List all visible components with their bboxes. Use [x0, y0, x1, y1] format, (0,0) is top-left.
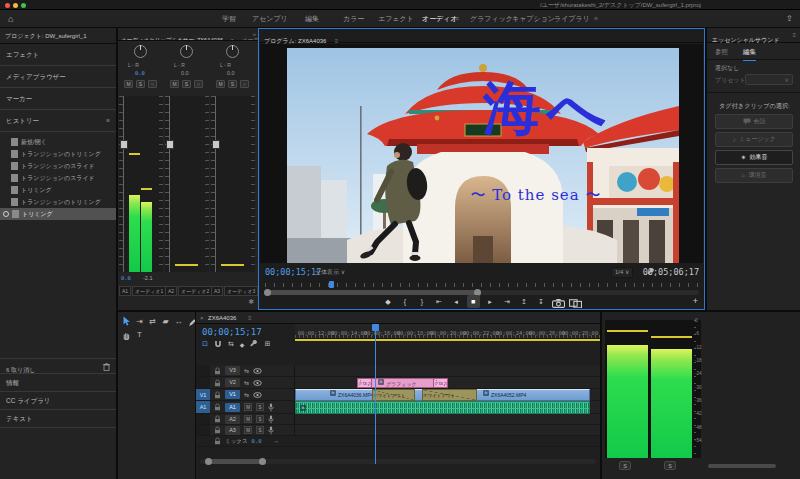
mark-in-button[interactable]: { [399, 295, 412, 308]
sync-lock-icon[interactable]: ⇆ [244, 379, 249, 386]
trash-icon[interactable] [103, 363, 110, 371]
track-mute-button[interactable]: M [244, 426, 252, 434]
volume-fader-handle[interactable] [212, 140, 220, 149]
pan-knob[interactable] [226, 45, 239, 58]
work-area-bar[interactable] [295, 339, 600, 341]
panel-menu-icon[interactable]: ≡ [792, 28, 796, 43]
play-stop-button[interactable]: ■ [467, 295, 480, 308]
panel-menu-icon[interactable]: ≡ [106, 110, 110, 132]
tab-sequence[interactable]: ZX6A4036 [208, 312, 236, 324]
tab-captions[interactable]: キャプション [512, 10, 555, 28]
type-tool[interactable]: T [134, 329, 145, 340]
panel-header-history[interactable]: ヒストリー ≡ [0, 110, 116, 132]
close-tab-icon[interactable]: × [200, 312, 204, 324]
clip-audio[interactable]: fx [295, 401, 590, 414]
add-marker-button[interactable]: ◆ [382, 295, 395, 308]
panel-header-effects[interactable]: エフェクト [0, 44, 116, 66]
pan-knob[interactable] [180, 45, 193, 58]
tag-dialogue-button[interactable]: 会話 [715, 114, 793, 129]
volume-fader-handle[interactable] [166, 140, 174, 149]
zoom-window-button[interactable] [21, 3, 26, 8]
timeline-timecode[interactable]: 00;00;15;17 [202, 327, 262, 337]
history-item[interactable]: 新規/開く [0, 136, 116, 148]
volume-fader-rail[interactable] [215, 96, 216, 272]
home-icon[interactable]: ⌂ [8, 10, 13, 28]
step-forward-button[interactable]: ▸ [484, 295, 497, 308]
ripple-edit-tool[interactable]: ⇄ [147, 316, 158, 327]
track-output-eye-icon[interactable] [253, 392, 262, 398]
track-select-tool[interactable]: ⇥ [134, 316, 145, 327]
source-patch[interactable] [196, 425, 210, 435]
transition-whiteout[interactable]: ホワイトアウト [422, 389, 477, 401]
track-target-button[interactable]: A3 [225, 426, 240, 435]
linked-selection-icon[interactable]: ⇆ [228, 340, 234, 348]
go-to-in-button[interactable]: ⇤ [433, 295, 446, 308]
nest-toggle-icon[interactable]: ⊡ [202, 340, 208, 348]
track-mute-button[interactable]: M [244, 403, 252, 411]
voiceover-mic-icon[interactable] [268, 415, 274, 424]
panel-menu-icon[interactable]: ≡ [227, 37, 233, 41]
pan-value[interactable]: 0.0 [227, 70, 235, 76]
tag-music-button[interactable]: ♪ ミュージック [715, 132, 793, 147]
track-output-eye-icon[interactable] [253, 380, 262, 386]
keyframe-button[interactable]: ○ [194, 80, 203, 88]
tab-color[interactable]: カラー [343, 10, 364, 28]
mix-volume-value[interactable]: 0.0 [252, 438, 262, 444]
scroll-handle-right[interactable] [259, 458, 266, 465]
program-playhead[interactable] [329, 281, 334, 288]
time-ruler[interactable]: 00;00;12;00 00;00;14;00 00;00;16;00 00;0… [295, 324, 600, 339]
track-solo-button[interactable]: S [256, 426, 264, 434]
track-target-button[interactable]: V1 [225, 390, 240, 399]
share-icon[interactable]: ⇪ [786, 10, 793, 28]
track-mute-button[interactable]: M [244, 415, 252, 423]
lift-button[interactable]: ↥ [518, 295, 531, 308]
go-to-out-button[interactable]: ⇥ [501, 295, 514, 308]
volume-fader-rail[interactable] [169, 96, 170, 272]
history-item[interactable]: トランジションのトリミング [0, 196, 116, 208]
track-target-button[interactable]: A2 [225, 415, 240, 424]
source-patch-v1[interactable]: V1 [196, 389, 210, 400]
hand-tool[interactable] [121, 329, 132, 340]
panel-header-text[interactable]: テキスト [0, 410, 116, 428]
lock-icon[interactable] [214, 426, 221, 434]
meter-solo-right-button[interactable]: S [664, 461, 676, 470]
tab-graphics[interactable]: グラフィック [470, 10, 513, 28]
tab-assembly[interactable]: アセンブリ [252, 10, 288, 28]
tag-sfx-button[interactable]: ✶ 効果音 [715, 150, 793, 165]
volume-fader-rail[interactable] [123, 96, 124, 272]
tab-learning[interactable]: 学習 [222, 10, 236, 28]
tab-libraries[interactable]: ライブラリ [554, 10, 590, 28]
timeline-playhead[interactable] [375, 324, 376, 464]
pan-value[interactable]: 0.0 [181, 70, 189, 76]
history-item[interactable]: トランジションのスライド [0, 160, 116, 172]
history-item-selected[interactable]: トリミング [0, 208, 116, 220]
lock-icon[interactable] [214, 379, 221, 387]
close-window-button[interactable] [5, 3, 10, 8]
extract-button[interactable]: ↧ [535, 295, 548, 308]
tab-audio-clip-mixer[interactable]: オーディオクリップミキサー: ZX6A4036 [118, 37, 223, 41]
snap-magnet-icon[interactable] [214, 340, 222, 348]
track-assign[interactable]: A3オーディオ3 [211, 286, 258, 296]
transition-cross-dissolve[interactable]: クロス [357, 378, 372, 388]
source-patch-a1[interactable]: A1 [196, 401, 210, 413]
fit-dropdown[interactable]: 全体表示 ∨ [315, 268, 345, 277]
panel-header-media-browser[interactable]: メディアブラウザー [0, 66, 116, 88]
razor-tool[interactable]: ▰ [160, 316, 171, 327]
tab-essential-sound[interactable]: エッセンシャルサウンド [707, 37, 780, 43]
volume-value[interactable]: 0.0 [121, 275, 131, 281]
track-solo-button[interactable]: S [256, 415, 264, 423]
step-back-button[interactable]: ◂ [450, 295, 463, 308]
voiceover-mic-icon[interactable] [268, 403, 274, 412]
mute-button[interactable]: M [216, 80, 225, 88]
scroll-handle-left[interactable] [205, 458, 212, 465]
history-item[interactable]: トリミング [0, 184, 116, 196]
comparison-view-icon[interactable] [569, 295, 582, 308]
tab-browse[interactable]: 参照 [715, 48, 728, 57]
mute-button[interactable]: M [124, 80, 133, 88]
playback-resolution-dropdown[interactable]: 1/4 ∨ [611, 267, 633, 278]
panel-header-markers[interactable]: マーカー [0, 88, 116, 110]
slip-tool[interactable]: ↔ [173, 316, 184, 327]
fit-tracks-icon[interactable]: ↔ [273, 438, 279, 444]
timeline-scrollbar[interactable] [200, 459, 596, 464]
history-item[interactable]: トランジションのトリミング [0, 148, 116, 160]
